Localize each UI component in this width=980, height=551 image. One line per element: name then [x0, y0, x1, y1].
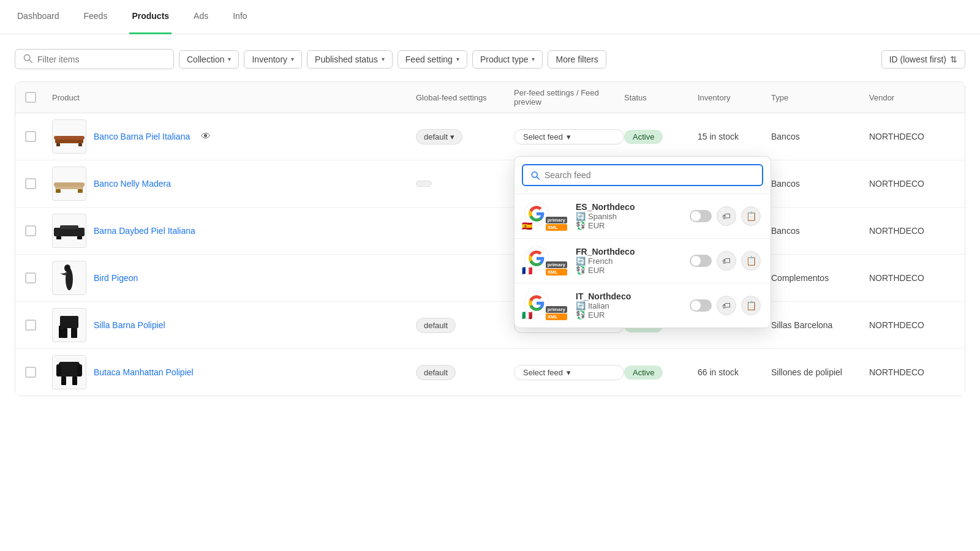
vendor-cell: NORTHDECO [869, 226, 955, 236]
product-cell: Silla Barna Polipiel [52, 308, 416, 342]
status-badge: Active [624, 130, 663, 144]
tag-icon-it[interactable]: 🏷 [717, 296, 736, 315]
feed-name-fr: FR_Northdeco [576, 247, 682, 257]
select-feed-button[interactable]: Select feed ▾ [514, 365, 624, 380]
search-box[interactable] [15, 49, 174, 69]
row-checkbox[interactable] [25, 272, 36, 283]
product-name[interactable]: Banco Nelly Madera [94, 179, 171, 189]
feed-actions-it: 🏷 📋 [690, 296, 761, 315]
row-checkbox[interactable] [25, 367, 36, 378]
currency-icon-fr: 💱 [576, 266, 586, 275]
currency-icon-it: 💱 [576, 310, 586, 320]
tag-icon-es[interactable]: 🏷 [717, 206, 736, 226]
product-image [52, 119, 86, 154]
row-checkbox[interactable] [25, 225, 36, 236]
svg-rect-22 [59, 362, 80, 377]
collection-filter[interactable]: Collection ▾ [179, 50, 239, 69]
top-nav: Dashboard Feeds Products Ads Info [0, 0, 980, 34]
primary-label-fr: primary [546, 261, 567, 268]
type-cell: Bancos [771, 132, 869, 141]
inventory-filter[interactable]: Inventory ▾ [244, 50, 302, 69]
product-name[interactable]: Barna Daybed Piel Italiana [94, 226, 195, 236]
inventory-cell: 15 in stock [698, 132, 771, 141]
svg-rect-12 [54, 228, 85, 236]
product-image [52, 355, 86, 389]
feed-toggle-es[interactable] [690, 210, 712, 222]
nav-feeds[interactable]: Feeds [81, 0, 110, 34]
edit-icon-es[interactable]: 📋 [741, 206, 761, 226]
feed-setting-cell: default [416, 318, 514, 333]
svg-rect-18 [60, 316, 78, 328]
feed-toggle-it[interactable] [690, 299, 712, 312]
svg-rect-10 [56, 189, 61, 193]
chevron-down-icon: ▾ [382, 56, 385, 62]
product-name[interactable]: Bird Pigeon [94, 273, 138, 283]
per-feed-link[interactable]: Per-feed settings [514, 88, 574, 97]
nav-dashboard[interactable]: Dashboard [15, 0, 62, 34]
svg-rect-21 [59, 326, 61, 338]
vendor-cell: NORTHDECO [869, 367, 955, 377]
table-row: Butaca Manhattan Polipiel default Select… [15, 349, 965, 395]
svg-rect-25 [61, 377, 66, 385]
col-product: Product [52, 93, 416, 102]
feed-actions-es: 🏷 📋 [690, 206, 761, 226]
type-cell: Complementos [771, 273, 869, 283]
product-name[interactable]: Silla Barna Polipiel [94, 320, 165, 330]
edit-icon-it[interactable]: 📋 [741, 296, 761, 315]
tag-icon-fr[interactable]: 🏷 [717, 251, 736, 271]
nav-ads[interactable]: Ads [191, 0, 211, 34]
row-checkbox[interactable] [25, 131, 36, 142]
feed-info-fr: FR_Northdeco 🔄 French 💱 EUR [576, 247, 682, 275]
sort-button[interactable]: ID (lowest first) ⇅ [881, 50, 965, 69]
type-cell: Bancos [771, 226, 869, 236]
eye-icon[interactable]: 👁 [201, 131, 211, 142]
feed-toggle-fr[interactable] [690, 255, 712, 267]
published-status-filter[interactable]: Published status ▾ [307, 50, 393, 69]
nav-info[interactable]: Info [230, 0, 249, 34]
select-all-checkbox[interactable] [25, 92, 36, 103]
feed-language-es: 🔄 Spanish [576, 212, 682, 221]
nav-products[interactable]: Products [129, 0, 172, 34]
feed-setting-cell: default ▾ [416, 129, 514, 144]
feed-setting-filter[interactable]: Feed setting ▾ [398, 50, 467, 69]
row-checkbox[interactable] [25, 178, 36, 189]
vendor-cell: NORTHDECO [869, 273, 955, 283]
search-inner [522, 164, 763, 186]
translate-icon-fr: 🔄 [576, 257, 586, 266]
product-name[interactable]: Butaca Manhattan Polipiel [94, 367, 194, 377]
svg-rect-14 [77, 236, 82, 239]
table-header: Product Global-feed settings Per-feed se… [15, 82, 965, 113]
more-filters-button[interactable]: More filters [548, 50, 606, 69]
feed-currency-it: 💱 EUR [576, 310, 682, 320]
product-image [52, 261, 86, 295]
feed-item-es[interactable]: 🇪🇸 primary XML ES_Northdeco 🔄 Spanish [514, 194, 771, 239]
col-inventory: Inventory [698, 93, 771, 102]
svg-point-0 [24, 54, 30, 61]
feed-labels-fr: primary XML [546, 261, 567, 276]
filter-input[interactable] [37, 54, 166, 64]
primary-label-it: primary [546, 306, 567, 313]
type-cell: Sillas Barcelona [771, 320, 869, 330]
feed-currency-fr: 💱 EUR [576, 266, 682, 275]
feed-setting-cell [416, 181, 514, 187]
col-type: Type [771, 93, 869, 102]
translate-icon: 🔄 [576, 212, 586, 221]
page-content: Collection ▾ Inventory ▾ Published statu… [0, 34, 980, 411]
feed-item-fr[interactable]: 🇫🇷 primary XML FR_Northdeco 🔄 French [514, 239, 771, 283]
status-cell: Active [624, 367, 698, 377]
feed-language-fr: 🔄 French [576, 257, 682, 266]
dropdown-search-input[interactable] [545, 170, 755, 180]
edit-icon-fr[interactable]: 📋 [741, 251, 761, 271]
row-checkbox[interactable] [25, 320, 36, 331]
col-status: Status [624, 93, 698, 102]
product-type-filter[interactable]: Product type ▾ [472, 50, 543, 69]
feed-icon-fr: 🇫🇷 primary XML [524, 246, 554, 276]
table-row: Silla Barna Polipiel default Select feed… [15, 302, 965, 349]
svg-rect-13 [56, 236, 61, 239]
feed-setting-pill-empty [416, 181, 432, 187]
feed-item-it[interactable]: 🇮🇹 primary XML IT_Northdeco 🔄 Italian [514, 283, 771, 328]
feed-setting-pill[interactable]: default ▾ [416, 129, 462, 144]
type-cell: Bancos [771, 179, 869, 189]
product-name[interactable]: Banco Barna Piel Italiana [94, 132, 190, 141]
select-feed-button[interactable]: Select feed ▾ [514, 129, 624, 144]
